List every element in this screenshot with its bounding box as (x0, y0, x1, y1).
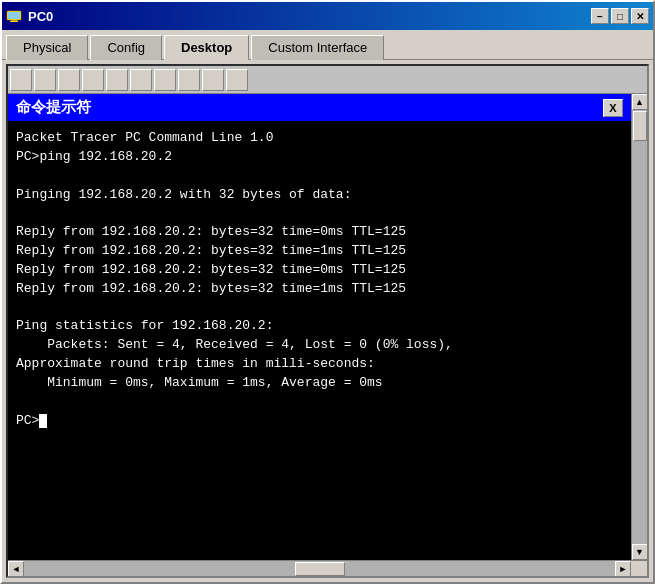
scroll-track-y[interactable] (632, 110, 648, 544)
maximize-button[interactable]: □ (611, 8, 629, 24)
scroll-left-button[interactable]: ◄ (8, 561, 24, 577)
horizontal-scrollbar: ◄ ► (8, 560, 647, 576)
content-area: 命令提示符 X Packet Tracer PC Command Line 1.… (2, 59, 653, 582)
svg-rect-1 (8, 12, 20, 19)
toolbar-btn-9[interactable] (202, 69, 224, 91)
title-bar-left: PC0 (6, 8, 53, 24)
tab-custom-interface[interactable]: Custom Interface (251, 35, 384, 60)
window-title: PC0 (28, 9, 53, 24)
scroll-thumb-x[interactable] (295, 562, 345, 576)
toolbar-btn-5[interactable] (106, 69, 128, 91)
scroll-down-button[interactable]: ▼ (632, 544, 648, 560)
toolbar-btn-8[interactable] (178, 69, 200, 91)
scroll-corner (631, 561, 647, 577)
cmd-body[interactable]: Packet Tracer PC Command Line 1.0 PC>pin… (8, 121, 631, 560)
scroll-thumb-y[interactable] (633, 111, 647, 141)
toolbar-btn-6[interactable] (130, 69, 152, 91)
cmd-title-bar: 命令提示符 X (8, 94, 631, 121)
toolbar-btn-4[interactable] (82, 69, 104, 91)
inner-toolbar (8, 66, 647, 94)
inner-frame: 命令提示符 X Packet Tracer PC Command Line 1.… (6, 64, 649, 578)
svg-rect-3 (10, 21, 18, 22)
cursor (39, 414, 47, 428)
title-bar: PC0 − □ ✕ (2, 2, 653, 30)
scroll-up-button[interactable]: ▲ (632, 94, 648, 110)
tab-desktop[interactable]: Desktop (164, 35, 249, 60)
toolbar-btn-10[interactable] (226, 69, 248, 91)
tab-bar: Physical Config Desktop Custom Interface (2, 30, 653, 59)
cmd-window-wrapper: 命令提示符 X Packet Tracer PC Command Line 1.… (8, 94, 647, 560)
tab-physical[interactable]: Physical (6, 35, 88, 60)
toolbar-btn-7[interactable] (154, 69, 176, 91)
scroll-right-button[interactable]: ► (615, 561, 631, 577)
main-window: PC0 − □ ✕ Physical Config Desktop Custom… (0, 0, 655, 584)
scroll-track-x[interactable] (24, 561, 615, 577)
window-controls: − □ ✕ (591, 8, 649, 24)
vertical-scrollbar: ▲ ▼ (631, 94, 647, 560)
cmd-close-button[interactable]: X (603, 99, 623, 117)
minimize-button[interactable]: − (591, 8, 609, 24)
toolbar-btn-2[interactable] (34, 69, 56, 91)
close-button[interactable]: ✕ (631, 8, 649, 24)
tab-config[interactable]: Config (90, 35, 162, 60)
cmd-title-text: 命令提示符 (16, 98, 91, 117)
cmd-window: 命令提示符 X Packet Tracer PC Command Line 1.… (8, 94, 631, 560)
app-icon (6, 8, 22, 24)
toolbar-btn-3[interactable] (58, 69, 80, 91)
toolbar-btn-1[interactable] (10, 69, 32, 91)
